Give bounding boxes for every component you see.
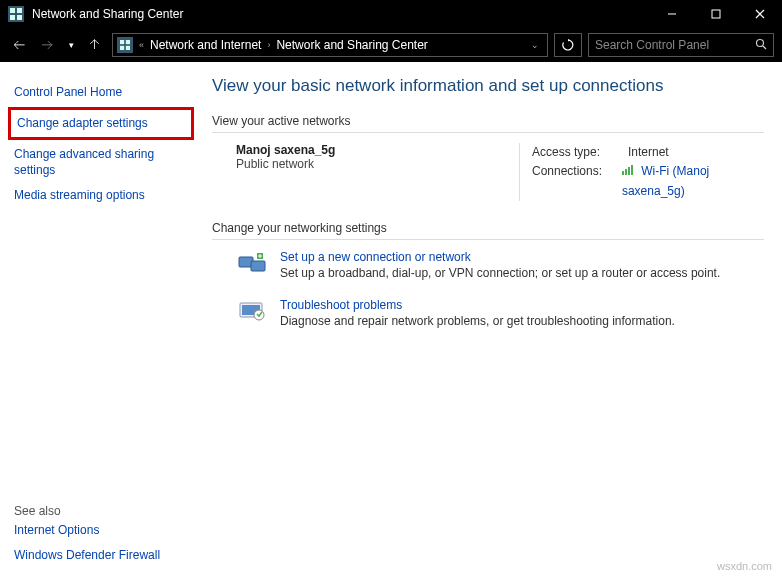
sidebar-link-adapter[interactable]: Change adapter settings bbox=[17, 115, 185, 132]
divider bbox=[212, 132, 764, 133]
setup-connection-link[interactable]: Set up a new connection or network bbox=[280, 250, 471, 264]
minimize-button[interactable] bbox=[650, 0, 694, 28]
breadcrumb-sep-icon[interactable]: « bbox=[137, 40, 146, 50]
app-icon bbox=[8, 6, 24, 22]
network-info: Manoj saxena_5g Public network bbox=[212, 143, 520, 201]
svg-rect-8 bbox=[120, 40, 124, 44]
troubleshoot-item: Troubleshoot problems Diagnose and repai… bbox=[236, 298, 764, 328]
network-name: Manoj saxena_5g bbox=[236, 143, 509, 157]
svg-rect-2 bbox=[10, 15, 15, 20]
svg-rect-9 bbox=[126, 40, 130, 44]
forward-button[interactable]: 🡢 bbox=[36, 34, 58, 56]
watermark: wsxdn.com bbox=[717, 560, 772, 572]
content-area: Control Panel Home Change adapter settin… bbox=[0, 62, 782, 578]
network-type: Public network bbox=[236, 157, 509, 171]
divider bbox=[212, 239, 764, 240]
breadcrumb-item[interactable]: Network and Sharing Center bbox=[276, 38, 427, 52]
troubleshoot-desc: Diagnose and repair network problems, or… bbox=[280, 314, 675, 328]
svg-rect-3 bbox=[17, 15, 22, 20]
setup-connection-icon bbox=[236, 250, 268, 276]
wifi-signal-icon bbox=[622, 162, 634, 181]
search-placeholder: Search Control Panel bbox=[595, 38, 755, 52]
setup-connection-item: Set up a new connection or network Set u… bbox=[236, 250, 764, 280]
svg-rect-15 bbox=[251, 261, 265, 271]
highlight-box: Change adapter settings bbox=[8, 107, 194, 140]
up-button[interactable]: 🡡 bbox=[84, 34, 106, 56]
search-input[interactable]: Search Control Panel bbox=[588, 33, 774, 57]
address-dropdown-icon[interactable]: ⌄ bbox=[527, 40, 543, 50]
svg-rect-1 bbox=[17, 8, 22, 13]
window-title: Network and Sharing Center bbox=[32, 7, 650, 21]
svg-point-12 bbox=[757, 39, 764, 46]
see-also-label: See also bbox=[14, 496, 188, 518]
search-icon[interactable] bbox=[755, 38, 767, 53]
window-controls bbox=[650, 0, 782, 28]
change-settings-label: Change your networking settings bbox=[212, 221, 764, 235]
active-networks-label: View your active networks bbox=[212, 114, 764, 128]
titlebar: Network and Sharing Center bbox=[0, 0, 782, 28]
svg-rect-5 bbox=[712, 10, 720, 18]
sidebar-link-advanced[interactable]: Change advanced sharing settings bbox=[14, 142, 188, 184]
troubleshoot-icon bbox=[236, 298, 268, 324]
refresh-button[interactable] bbox=[554, 33, 582, 57]
network-details: Access type: Internet Connections: Wi-Fi… bbox=[520, 143, 764, 201]
sidebar-link-media[interactable]: Media streaming options bbox=[14, 183, 188, 208]
breadcrumb-box[interactable]: « Network and Internet › Network and Sha… bbox=[112, 33, 548, 57]
recent-dropdown[interactable]: ▾ bbox=[64, 34, 78, 56]
main-panel: View your basic network information and … bbox=[202, 62, 782, 578]
sidebar-link-firewall[interactable]: Windows Defender Firewall bbox=[14, 543, 188, 568]
back-button[interactable]: 🡠 bbox=[8, 34, 30, 56]
location-icon bbox=[117, 37, 133, 53]
svg-rect-10 bbox=[120, 46, 124, 50]
access-type-value: Internet bbox=[628, 143, 669, 162]
troubleshoot-link[interactable]: Troubleshoot problems bbox=[280, 298, 402, 312]
setup-connection-desc: Set up a broadband, dial-up, or VPN conn… bbox=[280, 266, 720, 280]
address-bar: 🡠 🡢 ▾ 🡡 « Network and Internet › Network… bbox=[0, 28, 782, 62]
maximize-button[interactable] bbox=[694, 0, 738, 28]
page-heading: View your basic network information and … bbox=[212, 76, 764, 96]
networking-settings-section: Change your networking settings Set up a… bbox=[212, 221, 764, 328]
active-network-row: Manoj saxena_5g Public network Access ty… bbox=[212, 143, 764, 201]
chevron-right-icon[interactable]: › bbox=[265, 40, 272, 50]
sidebar: Control Panel Home Change adapter settin… bbox=[0, 62, 202, 578]
sidebar-link-home[interactable]: Control Panel Home bbox=[14, 80, 188, 105]
close-button[interactable] bbox=[738, 0, 782, 28]
svg-rect-11 bbox=[126, 46, 130, 50]
svg-rect-0 bbox=[10, 8, 15, 13]
svg-line-13 bbox=[763, 46, 766, 49]
access-type-label: Access type: bbox=[532, 143, 614, 162]
breadcrumb-item[interactable]: Network and Internet bbox=[150, 38, 261, 52]
sidebar-link-internet-options[interactable]: Internet Options bbox=[14, 518, 188, 543]
connection-link[interactable]: Wi-Fi (Manoj saxena_5g) bbox=[622, 164, 709, 197]
connections-label: Connections: bbox=[532, 162, 608, 201]
